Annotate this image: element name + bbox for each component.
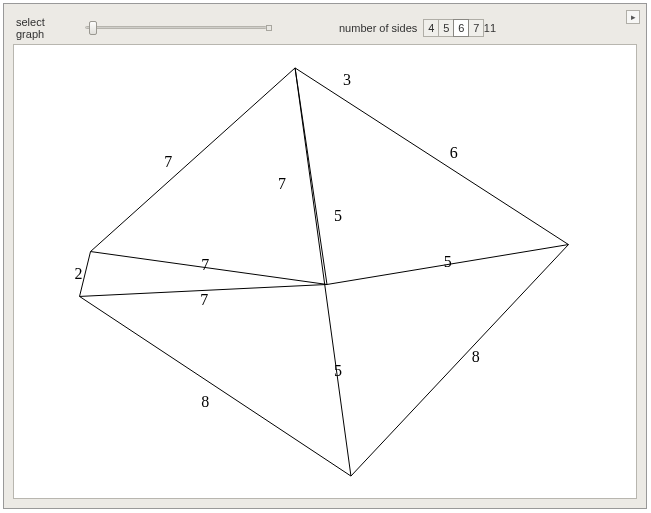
graph-svg: 776355277858 — [14, 45, 636, 498]
select-graph-label: select graph — [16, 16, 74, 40]
edge-label: 2 — [75, 265, 83, 282]
edge-right-bot — [351, 245, 569, 476]
sides-option-4[interactable]: 4 — [423, 19, 439, 37]
top-bar: ▸ select graph 111 number of sides 4567 — [4, 4, 646, 44]
graph-canvas: 776355277858 — [13, 44, 637, 499]
edge-label: 5 — [334, 207, 342, 224]
control-panel: ▸ select graph 111 number of sides 4567 … — [3, 3, 647, 509]
edge-label: 5 — [444, 253, 452, 270]
slider-end-cap — [266, 25, 272, 31]
play-icon: ▸ — [631, 13, 636, 22]
sides-option-6[interactable]: 6 — [453, 19, 469, 37]
app-window: ▸ select graph 111 number of sides 4567 … — [0, 0, 651, 513]
slider-track — [85, 26, 267, 29]
edge-label: 7 — [278, 175, 286, 192]
number-of-sides-label: number of sides — [339, 22, 417, 34]
edge-label: 5 — [334, 362, 342, 379]
edge-label: 7 — [201, 256, 209, 273]
edge-label: 7 — [164, 153, 172, 170]
select-graph-slider[interactable] — [80, 20, 272, 36]
edge-label: 6 — [450, 144, 458, 161]
edge-label: 8 — [201, 393, 209, 410]
edge-label: 7 — [200, 291, 208, 308]
edge-top-leftU — [91, 68, 296, 252]
sides-option-5[interactable]: 5 — [438, 19, 454, 37]
edge-label: 8 — [472, 348, 480, 365]
edge-top-bot — [295, 68, 351, 476]
slider-thumb[interactable] — [89, 21, 97, 35]
edge-leftL-bot — [80, 296, 351, 476]
number-of-sides-control: number of sides 4567 — [339, 18, 484, 38]
sides-option-7[interactable]: 7 — [468, 19, 484, 37]
edge-label: 3 — [343, 71, 351, 88]
expand-button[interactable]: ▸ — [626, 10, 640, 24]
number-of-sides-setter[interactable]: 4567 — [423, 19, 484, 37]
